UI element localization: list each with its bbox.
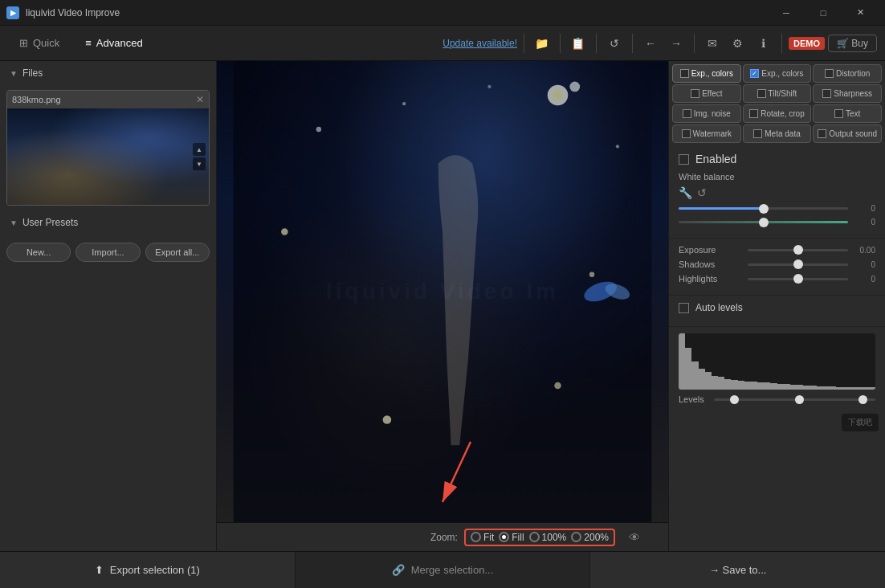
- levels-slider[interactable]: [714, 398, 875, 401]
- exposure-slider[interactable]: [748, 249, 848, 251]
- maximize-button[interactable]: □: [805, 0, 842, 26]
- enabled-checkbox[interactable]: [679, 154, 689, 165]
- wb-slider1[interactable]: [679, 207, 848, 210]
- module-rotatecrop-checkbox[interactable]: [749, 109, 758, 118]
- canvas-image-area[interactable]: liquivid Video Im: [217, 61, 668, 522]
- zoom-200-radio[interactable]: [571, 532, 581, 542]
- histogram-bar: [738, 381, 744, 390]
- histogram-bar: [856, 387, 863, 390]
- module-effect-checkbox[interactable]: [691, 89, 699, 98]
- presets-area: New... Import... Export all...: [0, 235, 216, 551]
- module-exp-colors-active[interactable]: Exp., colors: [672, 64, 741, 83]
- module-sharpness[interactable]: Sharpness: [813, 84, 882, 103]
- module-text-checkbox[interactable]: [834, 109, 843, 118]
- file-thumbnail[interactable]: ▲ ▼: [7, 108, 209, 205]
- save-label: → Save to...: [709, 564, 767, 576]
- undo-button[interactable]: ↺: [603, 32, 626, 55]
- file-close-button[interactable]: ✕: [196, 94, 204, 105]
- wb-value2: 0: [853, 218, 875, 227]
- module-outputsound-checkbox[interactable]: [818, 129, 826, 138]
- histogram-bar: [724, 379, 731, 390]
- files-section-header[interactable]: ▼ Files: [0, 61, 216, 85]
- svg-point-4: [402, 102, 406, 105]
- demo-badge: DEMO: [789, 37, 825, 50]
- module-distortion-checkbox[interactable]: [825, 69, 834, 78]
- module-exp-colors-2[interactable]: Exp., colors: [743, 64, 812, 83]
- copy-button[interactable]: 📋: [567, 32, 589, 55]
- wb-slider1-row: 0: [679, 204, 875, 213]
- levels-row: Levels: [679, 394, 875, 404]
- close-button[interactable]: ✕: [842, 0, 879, 26]
- svg-point-6: [616, 145, 619, 148]
- module-watermark[interactable]: Watermark: [672, 125, 741, 143]
- eyedropper-icon[interactable]: 🔧: [679, 186, 692, 199]
- module-watermark-checkbox[interactable]: [682, 129, 691, 138]
- module-metadata-label: Meta data: [765, 129, 800, 138]
- export-preset-button[interactable]: Export all...: [145, 243, 210, 262]
- zoom-200-option[interactable]: 200%: [571, 532, 609, 543]
- thumbnail-image: [7, 108, 209, 205]
- zoom-100-radio[interactable]: [529, 532, 540, 542]
- back-button[interactable]: ←: [639, 32, 662, 55]
- module-sharpness-checkbox[interactable]: [822, 89, 831, 98]
- eye-button[interactable]: 👁: [625, 528, 644, 547]
- thumb-down-arrow[interactable]: ▼: [193, 157, 206, 170]
- histogram-bar: [679, 333, 685, 390]
- shadows-slider[interactable]: [748, 263, 848, 266]
- zoom-fit-radio[interactable]: [471, 532, 481, 542]
- histogram-bar: [842, 387, 849, 390]
- mail-button[interactable]: ✉: [701, 32, 724, 55]
- preset-buttons-row: New... Import... Export all...: [6, 238, 210, 267]
- toolbar: ⊞ Quick ≡ Advanced Update available! 📁 📋…: [0, 26, 885, 61]
- import-preset-button[interactable]: Import...: [75, 243, 140, 262]
- zoom-fit-option[interactable]: Fit: [471, 532, 494, 543]
- tab-advanced[interactable]: ≡ Advanced: [74, 32, 153, 54]
- zoom-100-option[interactable]: 100%: [529, 532, 567, 543]
- zoom-fill-radio[interactable]: [499, 532, 509, 542]
- module-tiltshift-checkbox[interactable]: [757, 89, 766, 98]
- update-link[interactable]: Update available!: [442, 38, 517, 49]
- histogram-bar: [691, 361, 698, 390]
- wb-slider2[interactable]: [679, 221, 848, 223]
- module-metadata[interactable]: Meta data: [743, 125, 812, 143]
- module-sharpness-label: Sharpness: [834, 89, 872, 98]
- minimize-button[interactable]: ─: [768, 0, 805, 26]
- module-metadata-checkbox[interactable]: [753, 129, 762, 138]
- module-effect[interactable]: Effect: [672, 84, 741, 103]
- module-tiltshift[interactable]: Tilt/Shift: [743, 84, 812, 103]
- module-exp-active-checkbox[interactable]: [680, 69, 689, 78]
- presets-section-header[interactable]: ▼ User Presets: [0, 210, 216, 235]
- histogram-bar: [699, 369, 705, 390]
- autolevels-label: Auto levels: [695, 302, 743, 313]
- settings-button[interactable]: ⚙: [727, 32, 749, 55]
- right-panel: Exp., colors Exp., colors Distortion Eff…: [668, 61, 885, 551]
- new-preset-button[interactable]: New...: [6, 243, 71, 262]
- export-selection-button[interactable]: ⬆ Export selection (1): [0, 552, 296, 588]
- save-to-button[interactable]: → Save to...: [589, 552, 885, 588]
- histogram-bar: [751, 382, 757, 390]
- highlights-slider[interactable]: [748, 278, 848, 280]
- reset-icon[interactable]: ↺: [697, 186, 707, 199]
- forward-button[interactable]: →: [665, 32, 687, 55]
- info-button[interactable]: ℹ: [752, 32, 775, 55]
- grid-icon: ⊞: [19, 37, 28, 49]
- folder-button[interactable]: 📁: [531, 32, 553, 55]
- buy-button[interactable]: 🛒 Buy: [828, 35, 877, 52]
- thumb-up-arrow[interactable]: ▲: [193, 143, 206, 156]
- autolevels-section: Auto levels: [669, 296, 885, 327]
- zoom-100-label: 100%: [542, 532, 567, 543]
- module-rotatecrop[interactable]: Rotate, crop: [743, 104, 812, 123]
- separator-2: [560, 34, 561, 53]
- export-icon: ⬆: [95, 564, 104, 576]
- autolevels-checkbox[interactable]: [679, 303, 689, 313]
- module-text[interactable]: Text: [813, 104, 882, 123]
- module-exp2-checkbox[interactable]: [750, 69, 759, 78]
- module-distortion[interactable]: Distortion: [813, 64, 882, 83]
- merge-selection-button[interactable]: 🔗 Merge selection...: [296, 552, 590, 588]
- module-imgnoise[interactable]: Img. noise: [672, 104, 741, 123]
- module-imgnoise-checkbox[interactable]: [683, 109, 691, 118]
- tab-quick[interactable]: ⊞ Quick: [8, 32, 71, 54]
- zoom-fill-option[interactable]: Fill: [499, 532, 524, 543]
- merge-icon: 🔗: [392, 564, 405, 576]
- module-outputsound[interactable]: Output sound: [813, 125, 882, 143]
